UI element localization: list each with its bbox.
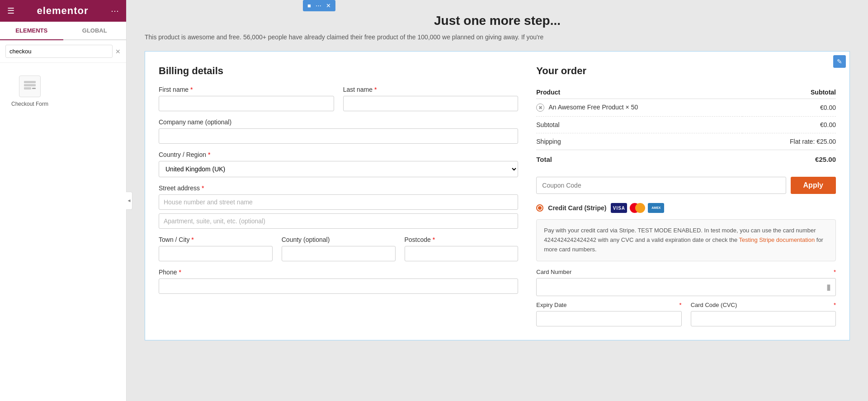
widget-move-icon[interactable]: ■	[306, 1, 313, 10]
sidebar-tabs: ELEMENTS GLOBAL	[0, 22, 126, 40]
coupon-code-input[interactable]	[536, 177, 786, 194]
phone-input[interactable]	[159, 278, 518, 294]
street-group: Street address *	[159, 184, 518, 229]
postcode-group: Postcode *	[405, 236, 519, 261]
payment-method-option: Credit Card (Stripe) VISA AMEX	[536, 203, 836, 213]
widget-toolbar: ■ ⋯ ✕	[303, 0, 335, 11]
page-title: Just one more step...	[127, 5, 868, 33]
card-logos: VISA AMEX	[611, 203, 664, 213]
country-select[interactable]: United Kingdom (UK)	[159, 161, 518, 177]
coupon-apply-button[interactable]: Apply	[791, 177, 836, 194]
order-shipping-label: Shipping	[536, 133, 742, 150]
first-name-input[interactable]	[159, 96, 334, 111]
postcode-label: Postcode *	[405, 236, 519, 243]
last-name-label: Last name *	[343, 86, 519, 93]
expiry-input[interactable]	[536, 311, 681, 326]
town-label: Town / City *	[159, 236, 273, 243]
svg-rect-0	[24, 81, 36, 83]
order-total-value: €25.00	[742, 150, 836, 168]
last-name-input[interactable]	[343, 96, 519, 111]
order-subtotal-value: €0.00	[742, 117, 836, 133]
sidebar: ☰ elementor ⋯ ELEMENTS GLOBAL ✕ Checkout…	[0, 0, 127, 401]
checkout-form-icon	[19, 75, 41, 97]
svg-rect-1	[24, 84, 36, 86]
order-item-subtotal: €0.00	[742, 99, 836, 117]
order-subtotal-row: Subtotal €0.00	[536, 117, 836, 133]
order-section: Your order Product Subtotal ✖	[536, 65, 836, 326]
page-wrapper: Just one more step... This product is aw…	[127, 0, 868, 345]
first-name-group: First name *	[159, 86, 334, 111]
county-input[interactable]	[282, 246, 396, 261]
phone-label: Phone *	[159, 269, 518, 276]
expiry-group: Expiry Date *	[536, 302, 681, 326]
town-county-postcode-row: Town / City * County (optional) Postcode	[159, 236, 518, 261]
checkout-edit-button[interactable]: ✎	[833, 55, 846, 68]
svg-rect-3	[32, 88, 36, 89]
expiry-label: Expiry Date *	[536, 302, 681, 308]
coupon-row: Apply	[536, 177, 836, 194]
collapse-sidebar-handle[interactable]: ◄	[126, 192, 132, 210]
phone-required: *	[179, 269, 181, 276]
street-row: Street address *	[159, 184, 518, 229]
stripe-info-box: Pay with your credit card via Stripe. TE…	[536, 219, 836, 261]
checkout-form-element[interactable]: Checkout Form	[7, 70, 52, 113]
product-col-header: Product	[536, 86, 742, 99]
company-row: Company name (optional)	[159, 118, 518, 144]
first-name-required: *	[190, 86, 193, 93]
order-item-row: ✖ An Awesome Free Product × 50 €0.00	[536, 99, 836, 117]
main-content: ■ ⋯ ✕ Just one more step... This product…	[127, 0, 868, 401]
tab-global[interactable]: GLOBAL	[63, 22, 127, 40]
country-row: Country / Region * United Kingdom (UK)	[159, 151, 518, 177]
street-address-input[interactable]	[159, 194, 518, 210]
payment-label: Credit Card (Stripe)	[548, 204, 606, 212]
billing-section: Billing details First name *	[159, 65, 518, 326]
order-item-name: ✖ An Awesome Free Product × 50	[536, 99, 742, 117]
checkout-container: ✎ Billing details First name *	[145, 51, 850, 340]
company-input[interactable]	[159, 128, 518, 144]
cvc-input[interactable]	[691, 311, 836, 326]
card-number-group: Card Number * ▮	[536, 269, 836, 296]
clear-search-icon[interactable]: ✕	[115, 48, 121, 55]
product-icon: ✖	[536, 104, 544, 112]
county-label: County (optional)	[282, 236, 396, 243]
expiry-cvc-row: Expiry Date * Card Code (CVC) *	[536, 302, 836, 326]
phone-row: Phone *	[159, 269, 518, 294]
country-required: *	[208, 151, 210, 158]
page-subtitle: This product is awesome and free. 56,000…	[127, 33, 868, 51]
mastercard-logo	[630, 203, 645, 213]
last-name-required: *	[374, 86, 377, 93]
widget-close-icon[interactable]: ✕	[324, 1, 333, 10]
order-shipping-row: Shipping Flat rate: €25.00	[536, 133, 836, 150]
town-required: *	[191, 236, 193, 243]
search-input[interactable]	[5, 45, 113, 58]
town-input[interactable]	[159, 246, 273, 261]
street-label: Street address *	[159, 184, 518, 192]
cvc-label: Card Code (CVC) *	[691, 302, 836, 308]
order-title: Your order	[536, 65, 836, 77]
town-group: Town / City *	[159, 236, 273, 261]
last-name-group: Last name *	[343, 86, 519, 111]
card-number-input[interactable]	[541, 283, 826, 291]
street-required: *	[202, 184, 204, 192]
tab-elements[interactable]: ELEMENTS	[0, 22, 63, 40]
cvc-group: Card Code (CVC) *	[691, 302, 836, 326]
order-shipping-value: Flat rate: €25.00	[742, 133, 836, 150]
sidebar-logo-title: elementor	[37, 5, 88, 17]
visa-logo: VISA	[611, 203, 627, 213]
card-type-icon: ▮	[826, 282, 831, 292]
postcode-input[interactable]	[405, 246, 519, 261]
search-bar: ✕	[0, 40, 126, 63]
postcode-required: *	[433, 236, 435, 243]
billing-title: Billing details	[159, 65, 518, 77]
company-group: Company name (optional)	[159, 118, 518, 144]
checkout-form-label: Checkout Form	[11, 101, 48, 107]
phone-group: Phone *	[159, 269, 518, 294]
hamburger-icon[interactable]: ☰	[7, 6, 14, 16]
stripe-doc-link[interactable]: Testing Stripe documentation	[739, 236, 815, 243]
company-label: Company name (optional)	[159, 118, 518, 126]
grid-icon[interactable]: ⋯	[111, 6, 119, 16]
widget-more-icon[interactable]: ⋯	[314, 1, 323, 10]
amex-logo: AMEX	[648, 203, 664, 213]
credit-card-radio[interactable]	[536, 204, 543, 212]
street-address-apt-input[interactable]	[159, 213, 518, 229]
